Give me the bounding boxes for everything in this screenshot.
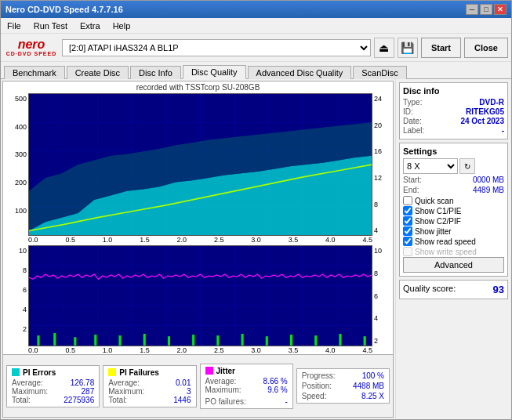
show-read-speed-checkbox[interactable] [403, 237, 412, 246]
y-right-label-24: 24 [374, 95, 382, 103]
close-button[interactable]: ✕ [494, 4, 507, 15]
y2-right-label-4: 4 [374, 314, 378, 322]
x-label-40: 4.0 [325, 236, 336, 244]
start-label: Start: [403, 176, 422, 184]
x2-label-40: 4.0 [325, 346, 336, 354]
chart-area: recorded with TSSTcorp SU-208GB 500 400 … [2, 81, 394, 418]
y-right-label-16: 16 [374, 147, 382, 155]
top-chart-svg [29, 94, 372, 235]
x-label-20: 2.0 [177, 236, 187, 244]
y2-right-label-2: 2 [374, 337, 378, 345]
y-label-300: 300 [15, 150, 27, 158]
pi-errors-total-value: 2275936 [64, 396, 94, 404]
show-jitter-label: Show jitter [415, 227, 452, 236]
settings-panel: Settings 8 X ↻ Start: 0000 MB End: 4489 … [399, 143, 508, 277]
date-label: Date: [403, 117, 422, 125]
quick-scan-label: Quick scan [415, 197, 453, 205]
quality-panel: Quality score: 93 [399, 280, 508, 299]
tab-benchmark[interactable]: Benchmark [4, 66, 65, 79]
pi-failures-total-label: Total: [108, 396, 127, 404]
type-value: DVD-R [479, 98, 504, 107]
y2-label-6: 6 [23, 286, 27, 294]
pi-errors-label: PI Errors [23, 368, 56, 377]
minimize-button[interactable]: ─ [466, 4, 478, 15]
jitter-color [205, 367, 213, 375]
speed-select[interactable]: 8 X [403, 158, 458, 174]
jitter-avg-label: Average: [205, 377, 237, 386]
tab-create-disc[interactable]: Create Disc [67, 66, 129, 79]
position-label: Position: [302, 382, 332, 390]
refresh-icon-button[interactable]: ↻ [459, 158, 475, 174]
jitter-avg-value: 8.66 % [263, 377, 288, 386]
close-disc-button[interactable]: Close [464, 38, 508, 58]
show-c1pie-checkbox[interactable] [403, 206, 412, 215]
y-label-200: 200 [15, 179, 27, 186]
svg-rect-38 [266, 336, 268, 346]
menu-run-test[interactable]: Run Test [27, 20, 74, 32]
nero-logo: nero CD·DVD SPEED [4, 38, 59, 56]
window-title: Nero CD-DVD Speed 4.7.7.16 [5, 5, 466, 14]
y-right-label-4: 4 [374, 226, 378, 234]
menu-help[interactable]: Help [107, 20, 137, 32]
x2-label-05: 0.5 [65, 346, 75, 354]
svg-rect-30 [74, 337, 76, 346]
disc-info-title: Disc info [403, 86, 504, 96]
svg-rect-36 [216, 335, 219, 346]
y2-right-label-6: 6 [374, 292, 378, 300]
end-label: End: [403, 186, 419, 194]
id-label: ID: [403, 107, 413, 116]
eject-icon-button[interactable]: ⏏ [374, 38, 394, 58]
x-label-0: 0.0 [28, 236, 38, 244]
label-label: Label: [403, 126, 424, 135]
y-right-label-20: 20 [374, 121, 382, 129]
svg-rect-32 [118, 335, 121, 346]
tab-disc-info[interactable]: Disc Info [130, 66, 181, 79]
x2-label-20: 2.0 [177, 346, 187, 354]
start-value: 0000 MB [473, 176, 504, 184]
jitter-max-value: 9.6 % [267, 386, 288, 394]
y-label-500: 500 [15, 95, 27, 103]
jitter-label: Jitter [216, 367, 235, 375]
svg-rect-31 [94, 335, 96, 346]
pi-failures-avg-label: Average: [108, 378, 140, 387]
pi-errors-box: PI Errors Average: 126.78 Maximum: 287 T… [6, 365, 100, 407]
y2-label-8: 8 [23, 266, 27, 274]
y2-label-2: 2 [23, 325, 27, 333]
advanced-button[interactable]: Advanced [403, 257, 504, 273]
y2-label-4: 4 [23, 306, 27, 313]
drive-select[interactable]: [2:0] ATAPI iHAS324 A BL1P [62, 39, 371, 56]
menu-file[interactable]: File [1, 20, 27, 32]
chart-title: recorded with TSSTcorp SU-208GB [3, 81, 393, 93]
pi-failures-avg-value: 0.01 [176, 378, 191, 387]
tab-disc-quality[interactable]: Disc Quality [183, 65, 246, 79]
show-write-speed-label: Show write speed [415, 248, 477, 256]
po-failures-value: - [285, 397, 287, 406]
show-jitter-checkbox[interactable] [403, 226, 412, 236]
pi-failures-color [108, 368, 116, 376]
tab-advanced-disc-quality[interactable]: Advanced Disc Quality [248, 66, 352, 79]
y-label-400: 400 [15, 123, 27, 131]
x-label-10: 1.0 [103, 236, 113, 244]
position-value: 4488 MB [353, 382, 384, 390]
bottom-chart-svg [29, 246, 372, 346]
save-icon-button[interactable]: 💾 [398, 38, 418, 58]
tab-scan-disc[interactable]: ScanDisc [353, 66, 406, 79]
show-c2pif-label: Show C2/PIF [415, 217, 461, 226]
show-write-speed-checkbox[interactable] [403, 247, 412, 256]
progress-section: Progress: 100 % Position: 4488 MB Speed:… [302, 371, 384, 400]
maximize-button[interactable]: □ [480, 4, 492, 15]
quick-scan-checkbox[interactable] [403, 196, 412, 205]
pi-errors-color [12, 368, 20, 376]
show-c2pif-checkbox[interactable] [403, 216, 412, 226]
svg-rect-29 [53, 333, 56, 346]
speed-label: Speed: [302, 392, 327, 400]
x2-label-45: 4.5 [362, 346, 372, 354]
pi-failures-max-label: Maximum: [108, 387, 144, 396]
menu-extra[interactable]: Extra [74, 20, 107, 32]
jitter-box: Jitter Average: 8.66 % Maximum: 9.6 % PO… [200, 364, 293, 409]
pi-failures-total-value: 1446 [173, 396, 191, 404]
progress-label: Progress: [302, 371, 336, 380]
start-button[interactable]: Start [421, 38, 461, 58]
y2-right-label-8: 8 [374, 270, 378, 277]
menu-bar: File Run Test Extra Help [1, 18, 511, 34]
